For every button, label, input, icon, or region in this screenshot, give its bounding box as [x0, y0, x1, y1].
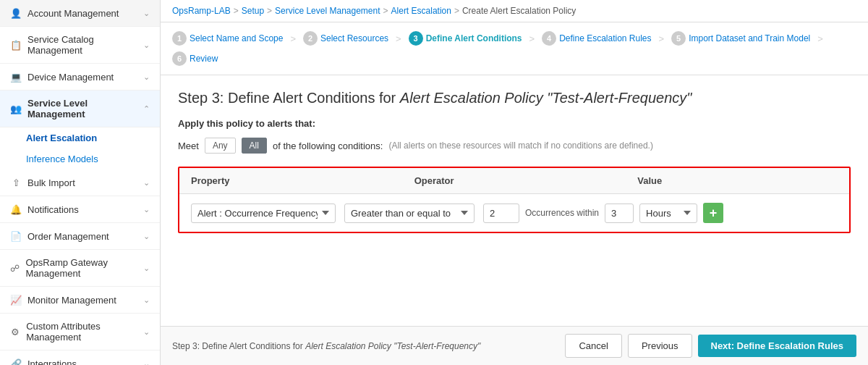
occurrences-text: Occurrences within — [525, 208, 599, 218]
hours-select[interactable]: Hours — [639, 204, 697, 223]
chevron-down-icon: ⌄ — [143, 232, 150, 241]
chevron-down-icon: ⌄ — [143, 295, 150, 305]
sidebar-item-custom-attributes-management[interactable]: ⚙ Custom Attributes Management ⌄ — [0, 314, 160, 351]
col-operator: Operator — [403, 168, 626, 193]
footer-italic-text: Alert Escalation Policy "Test-Alert-Freq… — [305, 341, 480, 351]
step-2-num: 2 — [303, 31, 318, 46]
sidebar-item-notifications[interactable]: 🔔 Notifications ⌄ — [0, 196, 160, 223]
step-1-label[interactable]: Select Name and Scope — [190, 33, 283, 43]
chevron-down-icon: ⌄ — [143, 41, 150, 50]
breadcrumb-slm[interactable]: Service Level Management — [275, 6, 380, 16]
chevron-down-icon: ⌄ — [143, 264, 150, 273]
step-1-num: 1 — [172, 31, 187, 46]
sidebar-item-inference-models[interactable]: Inference Models — [26, 148, 160, 169]
sidebar-item-service-catalog-management[interactable]: 📋 Service Catalog Management ⌄ — [0, 27, 160, 64]
any-button[interactable]: Any — [205, 138, 236, 154]
title-italic: Alert Escalation Policy "Test-Alert-Freq… — [400, 90, 692, 106]
property-select[interactable]: Alert : Occurrence Frequency — [191, 204, 336, 223]
meet-label: Meet — [178, 140, 199, 151]
sidebar-item-alert-escalation[interactable]: Alert Escalation — [26, 127, 160, 148]
sidebar-item-service-level-management[interactable]: 👥 Service Level Management ⌃ — [0, 91, 160, 127]
monitor-icon: 💻 — [10, 71, 22, 83]
breadcrumb-alert-escalation[interactable]: Alert Escalation — [391, 6, 451, 16]
sidebar-item-order-management[interactable]: 📄 Order Management ⌄ — [0, 223, 160, 250]
step-2[interactable]: 2 Select Resources — [303, 31, 388, 46]
step-5[interactable]: 5 Import Dataset and Train Model — [671, 31, 810, 46]
step-6[interactable]: 6 Review — [172, 51, 218, 66]
step-4-num: 4 — [542, 31, 556, 46]
monitor2-icon: 📈 — [10, 294, 22, 306]
sidebar-item-monitor-management[interactable]: 📈 Monitor Management ⌄ — [0, 287, 160, 314]
table-header: Property Operator Value — [179, 168, 849, 194]
step-sep-1: > — [290, 33, 296, 44]
breadcrumb-setup[interactable]: Setup — [242, 6, 264, 16]
person-group-icon: 👥 — [10, 103, 22, 114]
sidebar-item-device-management[interactable]: 💻 Device Management ⌄ — [0, 64, 160, 91]
previous-button[interactable]: Previous — [628, 334, 692, 358]
chevron-down-icon: ⌄ — [143, 72, 150, 82]
conditions-row: Meet Any All of the following conditions… — [178, 138, 851, 154]
footer-static-text: Step 3: Define Alert Conditions for — [172, 341, 303, 351]
upload-icon: ⇧ — [10, 177, 22, 188]
step-5-num: 5 — [671, 31, 686, 46]
sidebar: 👤 Account Management ⌄ 📋 Service Catalog… — [0, 0, 161, 365]
bell-icon: 🔔 — [10, 204, 22, 215]
sidebar-item-opsramp-gateway-management[interactable]: ☍ OpsRamp Gateway Management ⌄ — [0, 250, 160, 287]
add-condition-button[interactable]: + — [703, 203, 723, 223]
breadcrumb-current: Create Alert Escalation Policy — [462, 6, 576, 16]
custom-icon: ⚙ — [10, 326, 20, 337]
step-3[interactable]: 3 Define Alert Conditions — [409, 31, 522, 46]
form-area: Step 3: Define Alert Conditions for Aler… — [161, 75, 868, 326]
order-icon: 📄 — [10, 230, 22, 242]
breadcrumb-sep: > — [234, 6, 239, 16]
breadcrumb-sep2: > — [267, 6, 272, 16]
page-title: Step 3: Define Alert Conditions for Aler… — [178, 90, 851, 106]
footer-step-text: Step 3: Define Alert Conditions for Aler… — [172, 341, 480, 351]
sidebar-submenu-service-level: Alert Escalation Inference Models — [0, 127, 160, 169]
wizard-steps: 1 Select Name and Scope > 2 Select Resou… — [161, 22, 868, 75]
step-3-label: Define Alert Conditions — [426, 33, 522, 43]
operator-select[interactable]: Greater than or equal to — [344, 204, 475, 223]
breadcrumb-sep3: > — [383, 6, 388, 16]
step-1[interactable]: 1 Select Name and Scope — [172, 31, 283, 46]
all-button[interactable]: All — [242, 138, 267, 154]
chevron-up-icon: ⌃ — [143, 104, 150, 114]
step-4-label[interactable]: Define Escalation Rules — [559, 33, 651, 43]
sidebar-item-bulk-import[interactable]: ⇧ Bulk Import ⌄ — [0, 169, 160, 196]
within-num-input[interactable] — [605, 204, 634, 223]
chevron-down-icon: ⌄ — [143, 327, 150, 337]
value-section: Occurrences within Hours + — [483, 203, 838, 223]
breadcrumb-opsramp[interactable]: OpsRamp-LAB — [172, 6, 231, 16]
cancel-button[interactable]: Cancel — [565, 334, 621, 358]
property-select-wrapper: Alert : Occurrence Frequency — [191, 204, 336, 223]
step-sep-5: > — [817, 33, 823, 44]
value-num-input[interactable] — [483, 204, 519, 223]
person-icon: 👤 — [10, 7, 22, 19]
table-row: Alert : Occurrence Frequency Greater tha… — [179, 194, 849, 232]
step-3-num: 3 — [409, 31, 423, 46]
footer: Step 3: Define Alert Conditions for Aler… — [161, 326, 868, 365]
step-sep-2: > — [396, 33, 401, 44]
step-6-label[interactable]: Review — [190, 54, 218, 64]
breadcrumb: OpsRamp-LAB > Setup > Service Level Mana… — [161, 0, 868, 22]
sidebar-item-integrations[interactable]: 🔗 Integrations ⌄ — [0, 351, 160, 365]
chevron-down-icon: ⌄ — [143, 9, 150, 18]
step-2-label[interactable]: Select Resources — [320, 33, 388, 43]
step-6-num: 6 — [172, 51, 187, 66]
col-property: Property — [179, 168, 403, 193]
main-content: OpsRamp-LAB > Setup > Service Level Mana… — [161, 0, 868, 365]
step-sep-3: > — [529, 33, 535, 44]
next-button[interactable]: Next: Define Escalation Rules — [698, 335, 857, 357]
integration-icon: 🔗 — [10, 358, 22, 365]
footer-buttons: Cancel Previous Next: Define Escalation … — [565, 334, 856, 358]
breadcrumb-sep4: > — [454, 6, 459, 16]
step-5-label[interactable]: Import Dataset and Train Model — [689, 33, 810, 43]
sidebar-item-account-management[interactable]: 👤 Account Management ⌄ — [0, 0, 160, 27]
col-value: Value — [626, 168, 849, 193]
conditions-label: of the following conditions: — [273, 140, 383, 151]
chevron-down-icon: ⌄ — [143, 178, 150, 188]
step-4[interactable]: 4 Define Escalation Rules — [542, 31, 651, 46]
gateway-icon: ☍ — [10, 262, 20, 274]
apply-label: Apply this policy to alerts that: — [178, 118, 851, 129]
catalog-icon: 📋 — [10, 39, 22, 51]
